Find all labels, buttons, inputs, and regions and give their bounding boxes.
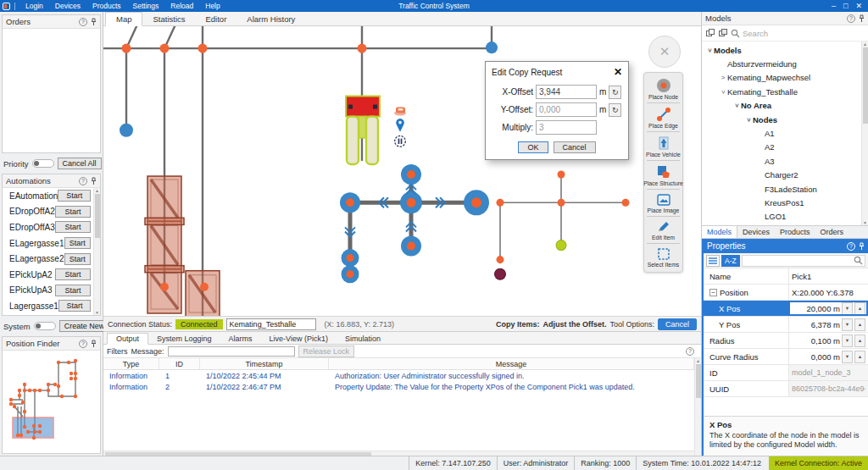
tree-item[interactable]: Absturzvermeidung xyxy=(702,57,861,70)
column-timestamp[interactable]: Timestamp xyxy=(200,358,329,369)
start-button[interactable]: Start xyxy=(55,268,91,280)
location-pin-icon[interactable] xyxy=(396,119,404,132)
increment-button[interactable]: ▲ xyxy=(854,335,865,347)
tree-item[interactable]: LGO2 xyxy=(702,224,861,225)
start-button[interactable]: Start xyxy=(55,206,91,218)
map-canvas[interactable]: ✕ Place Node Place Edge Place Vehicle xyxy=(103,26,701,316)
system-toggle[interactable] xyxy=(34,322,56,330)
categorize-icon[interactable] xyxy=(706,255,720,267)
scroll-up-icon[interactable]: ▲ xyxy=(696,358,700,363)
tab-output[interactable]: Output xyxy=(107,333,148,345)
tree-item-models[interactable]: >Models xyxy=(702,43,861,57)
property-row-radius[interactable]: Radius 0,100 m ▼ ▲ xyxy=(704,333,868,349)
property-row-x-pos[interactable]: X Pos 20,000 m ▼ ▲ xyxy=(704,301,868,317)
decrement-button[interactable]: ▼ xyxy=(842,335,853,347)
models-search-input[interactable] xyxy=(743,29,865,38)
tool-cancel-button[interactable]: Cancel xyxy=(658,318,697,330)
place-edge-tool[interactable]: Place Edge xyxy=(647,102,680,131)
tab-orders[interactable]: Orders xyxy=(815,226,849,238)
properties-search-input[interactable] xyxy=(744,257,854,265)
map-node-blue[interactable] xyxy=(486,41,498,53)
start-button[interactable]: Start xyxy=(58,300,91,312)
position-finder-minimap[interactable] xyxy=(3,351,100,453)
automations-scrollbar[interactable]: ▲ ▼ xyxy=(93,188,100,315)
menu-login[interactable]: Login xyxy=(19,2,49,10)
collapse-all-icon[interactable] xyxy=(718,28,728,38)
x-offset-field[interactable] xyxy=(536,85,597,99)
pin-icon[interactable] xyxy=(91,18,97,26)
pin-icon[interactable] xyxy=(859,242,865,251)
chevron-down-icon[interactable]: > xyxy=(720,87,727,96)
log-row[interactable]: Information1 1/10/2022 2:45:44 PMAuthori… xyxy=(103,370,694,381)
menu-devices[interactable]: Devices xyxy=(49,2,86,10)
log-row[interactable]: Information2 1/10/2022 2:46:47 PMPropert… xyxy=(103,381,694,392)
sort-alphabetical-button[interactable]: A-Z xyxy=(721,255,740,267)
place-structure-tool[interactable]: Place Structure xyxy=(647,160,680,189)
menu-help[interactable]: Help xyxy=(199,2,225,10)
chevron-right-icon[interactable]: > xyxy=(719,74,727,81)
scroll-up-icon[interactable]: ▲ xyxy=(863,41,867,47)
model-name-field[interactable] xyxy=(226,318,316,330)
help-icon[interactable]: ? xyxy=(79,340,87,348)
log-scrollbar[interactable]: ▲ xyxy=(694,358,701,456)
expand-all-icon[interactable] xyxy=(705,28,715,38)
decrement-button[interactable]: ▼ xyxy=(842,318,853,331)
property-row-position[interactable]: −Position X:20.000 Y:6.378 xyxy=(704,285,868,301)
pin-icon[interactable] xyxy=(91,340,97,348)
menu-reload[interactable]: Reload xyxy=(164,2,199,10)
close-button[interactable]: ✕ xyxy=(855,2,862,10)
chevron-down-icon[interactable]: > xyxy=(706,46,714,54)
pause-icon[interactable] xyxy=(395,135,406,147)
scroll-up-icon[interactable]: ▲ xyxy=(95,188,99,193)
decrement-button[interactable]: ▼ xyxy=(842,351,853,363)
increment-button[interactable]: ▲ xyxy=(854,302,865,315)
start-button[interactable]: Start xyxy=(64,237,92,249)
scroll-down-icon[interactable]: ▼ xyxy=(863,220,867,225)
place-image-tool[interactable]: Place Image xyxy=(647,189,680,216)
tab-models[interactable]: Models xyxy=(702,226,737,238)
chevron-down-icon[interactable]: > xyxy=(733,102,741,110)
minimize-button[interactable]: – xyxy=(832,2,836,10)
tab-alarms[interactable]: Alarms xyxy=(220,334,261,344)
increment-button[interactable]: ▲ xyxy=(854,351,865,363)
start-button[interactable]: Start xyxy=(58,190,91,202)
place-vehicle-tool[interactable]: Place Vehicle xyxy=(647,131,680,160)
tree-item[interactable]: A1 xyxy=(702,126,861,140)
column-type[interactable]: Type xyxy=(103,358,159,369)
tree-item[interactable]: >No Area xyxy=(702,99,861,113)
chevron-down-icon[interactable]: > xyxy=(745,115,753,124)
vehicle-icon[interactable] xyxy=(394,108,406,116)
map-node[interactable] xyxy=(200,283,209,291)
help-icon[interactable]: ? xyxy=(847,242,855,251)
menu-settings[interactable]: Settings xyxy=(127,2,165,10)
help-icon[interactable]: ? xyxy=(686,347,694,356)
tree-item[interactable]: F3LadeStation xyxy=(702,182,861,196)
models-scrollbar[interactable]: ▲ ▼ xyxy=(861,41,868,225)
tree-item[interactable]: A3 xyxy=(702,154,861,168)
tree-item[interactable]: >Nodes xyxy=(702,113,861,126)
tab-system-logging[interactable]: System Logging xyxy=(148,334,220,344)
cancel-button[interactable]: Cancel xyxy=(554,141,596,153)
tree-item[interactable]: KreusPos1 xyxy=(702,196,861,209)
help-icon[interactable]: ? xyxy=(79,18,87,26)
decrement-button[interactable]: ▼ xyxy=(842,302,853,315)
column-id[interactable]: ID xyxy=(159,358,200,369)
tree-item[interactable]: >Kemating_Mapwechsel xyxy=(702,71,861,85)
multiply-field[interactable] xyxy=(536,120,597,135)
tree-item[interactable]: LGO1 xyxy=(702,210,861,224)
increment-button[interactable]: ▲ xyxy=(854,318,865,331)
help-icon[interactable]: ? xyxy=(79,177,87,185)
collapse-icon[interactable]: − xyxy=(709,289,717,296)
start-button[interactable]: Start xyxy=(55,285,91,296)
dialog-close-icon[interactable]: ✕ xyxy=(614,66,622,78)
message-filter-input[interactable] xyxy=(168,346,295,357)
create-new-button[interactable]: Create New xyxy=(59,320,110,332)
property-row-y-pos[interactable]: Y Pos 6,378 m ▼ ▲ xyxy=(704,317,868,333)
y-offset-field[interactable] xyxy=(536,102,597,117)
tab-devices[interactable]: Devices xyxy=(737,226,775,238)
tab-alarm-history[interactable]: Alarm History xyxy=(236,13,305,25)
maximize-button[interactable]: □ xyxy=(843,2,848,10)
start-button[interactable]: Start xyxy=(55,221,91,233)
tab-editor[interactable]: Editor xyxy=(196,13,237,25)
scroll-down-icon[interactable]: ▼ xyxy=(95,310,99,315)
